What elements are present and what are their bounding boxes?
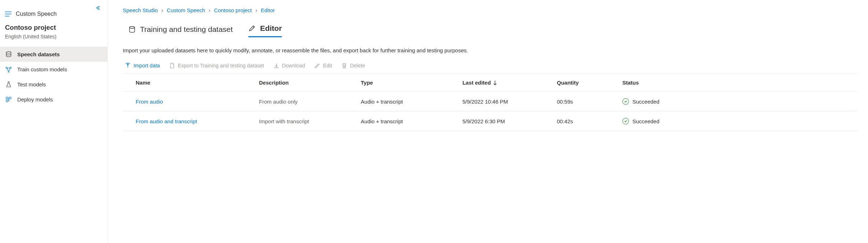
table-header-quantity[interactable]: Quantity xyxy=(552,74,618,92)
header-label: Last edited xyxy=(462,80,491,86)
dataset-quantity: 00:42s xyxy=(552,111,618,131)
sidebar: Custom Speech Contoso project English (U… xyxy=(0,0,108,243)
dataset-description: From audio only xyxy=(255,92,357,111)
datasets-table: Name Description Type Last edited Quanti… xyxy=(123,73,857,131)
delete-button: Delete xyxy=(341,63,365,68)
download-button: Download xyxy=(274,63,305,68)
svg-point-8 xyxy=(130,27,135,29)
pencil-icon xyxy=(248,25,256,32)
table-header-select xyxy=(123,74,131,92)
svg-point-3 xyxy=(10,67,11,68)
edit-button: Edit xyxy=(314,63,332,68)
dataset-last-edited: 5/9/2022 10:46 PM xyxy=(458,92,552,111)
tool-label: Delete xyxy=(350,63,365,68)
breadcrumb-link[interactable]: Contoso project xyxy=(214,7,252,13)
dataset-last-edited: 5/9/2022 6:30 PM xyxy=(458,111,552,131)
table-header-type[interactable]: Type xyxy=(356,74,458,92)
sort-descending-icon xyxy=(493,80,497,85)
import-data-button[interactable]: Import data xyxy=(125,63,160,68)
sidebar-item-speech-datasets[interactable]: Speech datasets xyxy=(0,47,107,62)
export-dataset-button: Export to Training and testing dataset xyxy=(169,63,264,68)
toolbar: Import data Export to Training and testi… xyxy=(123,63,857,73)
sidebar-item-label: Test models xyxy=(17,81,46,87)
dataset-status: Succeeded xyxy=(618,111,857,131)
sidebar-item-label: Speech datasets xyxy=(17,51,60,57)
flask-icon xyxy=(5,81,12,87)
dataset-status: Succeeded xyxy=(618,92,857,111)
page-description: Import your uploaded datasets here to qu… xyxy=(123,47,857,53)
table-header-status[interactable]: Status xyxy=(618,74,857,92)
tool-label: Download xyxy=(282,63,305,68)
trash-icon xyxy=(341,63,347,68)
tool-label: Edit xyxy=(323,63,332,68)
sidebar-item-label: Train custom models xyxy=(17,66,67,72)
import-icon xyxy=(125,63,131,68)
chevron-right-icon: › xyxy=(255,7,257,13)
main-content: Speech Studio› Custom Speech› Contoso pr… xyxy=(108,0,868,243)
tabs: Training and testing dataset Editor xyxy=(129,24,857,37)
database-icon xyxy=(5,51,12,57)
svg-rect-5 xyxy=(6,97,8,99)
table-header-name[interactable]: Name xyxy=(131,74,255,92)
sidebar-item-train-models[interactable]: Train custom models xyxy=(0,62,107,77)
tab-label: Editor xyxy=(260,24,282,33)
app-title: Custom Speech xyxy=(16,11,57,17)
svg-rect-7 xyxy=(6,100,8,102)
tab-training-dataset[interactable]: Training and testing dataset xyxy=(129,25,233,37)
table-header-last-edited[interactable]: Last edited xyxy=(458,74,552,92)
tab-label: Training and testing dataset xyxy=(140,25,233,34)
status-label: Succeeded xyxy=(633,99,659,105)
dataset-quantity: 00:59s xyxy=(552,92,618,111)
breadcrumb: Speech Studio› Custom Speech› Contoso pr… xyxy=(123,7,857,13)
success-check-icon xyxy=(622,98,629,105)
sidebar-item-deploy-models[interactable]: Deploy models xyxy=(0,92,107,107)
breadcrumb-link[interactable]: Custom Speech xyxy=(167,7,205,13)
gear-network-icon xyxy=(5,66,12,72)
status-label: Succeeded xyxy=(633,118,659,124)
dataset-type: Audio + transcript xyxy=(356,92,458,111)
collapse-sidebar-icon[interactable] xyxy=(95,5,101,11)
sidebar-item-test-models[interactable]: Test models xyxy=(0,77,107,92)
breadcrumb-link[interactable]: Editor xyxy=(261,7,275,13)
chevron-right-icon: › xyxy=(209,7,210,13)
svg-point-4 xyxy=(8,71,9,72)
project-header: Contoso project English (United States) xyxy=(0,24,107,47)
dataset-description: Import with transcript xyxy=(255,111,357,131)
dataset-name-link[interactable]: From audio xyxy=(136,99,163,105)
svg-point-0 xyxy=(6,52,11,53)
document-icon xyxy=(169,63,175,68)
table-row[interactable]: From audio From audio only Audio + trans… xyxy=(123,92,857,111)
project-name: Contoso project xyxy=(5,24,102,32)
tool-label: Export to Training and testing dataset xyxy=(178,63,264,68)
svg-rect-6 xyxy=(9,97,11,99)
tab-editor[interactable]: Editor xyxy=(248,24,282,37)
pencil-icon xyxy=(314,63,320,68)
hamburger-list-icon xyxy=(5,11,11,16)
success-check-icon xyxy=(622,118,629,124)
download-icon xyxy=(274,63,279,68)
deploy-icon xyxy=(5,96,12,103)
chevron-right-icon: › xyxy=(162,7,163,13)
table-header-description[interactable]: Description xyxy=(255,74,357,92)
project-language: English (United States) xyxy=(5,34,102,39)
svg-point-1 xyxy=(8,68,10,71)
table-row[interactable]: From audio and transcript Import with tr… xyxy=(123,111,857,131)
database-icon xyxy=(129,26,136,33)
svg-point-2 xyxy=(6,67,7,68)
dataset-name-link[interactable]: From audio and transcript xyxy=(136,118,197,124)
sidebar-item-label: Deploy models xyxy=(17,96,53,103)
breadcrumb-link[interactable]: Speech Studio xyxy=(123,7,158,13)
dataset-type: Audio + transcript xyxy=(356,111,458,131)
tool-label: Import data xyxy=(134,63,160,68)
